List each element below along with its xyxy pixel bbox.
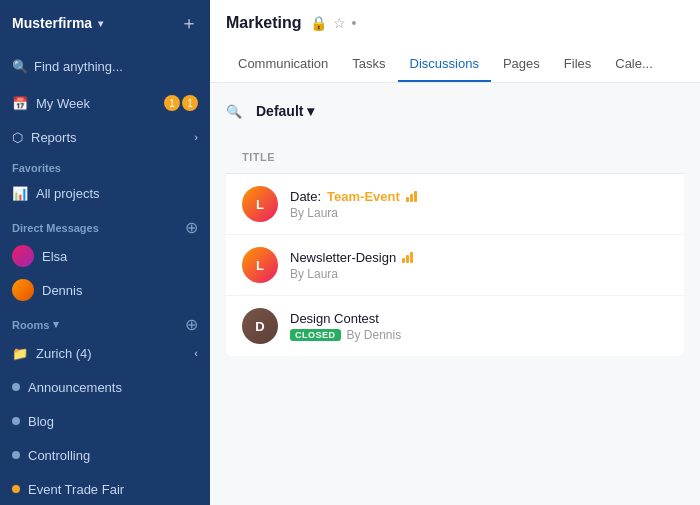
discussions-list: TITLE L Date: Team-Event By Laura xyxy=(226,139,684,356)
sidebar-item-zurich[interactable]: 📁 Zurich (4) ‹ xyxy=(0,336,210,370)
closed-badge: CLOSED xyxy=(290,329,341,341)
main-title-bar: Marketing 🔒 ☆ • xyxy=(210,0,700,46)
room-event-trade-fair-label: Event Trade Fair xyxy=(28,482,124,497)
chevron-left-icon: ‹ xyxy=(194,347,198,359)
title-column-header: TITLE xyxy=(242,151,275,163)
rooms-chevron-icon: ▾ xyxy=(53,318,59,331)
discussions-table-header: TITLE xyxy=(226,139,684,174)
discussion-title-3: Design Contest xyxy=(290,311,668,326)
room-controlling-label: Controlling xyxy=(28,448,90,463)
contact-dennis-label: Dennis xyxy=(42,283,82,298)
sidebar-item-controlling[interactable]: Controlling xyxy=(0,438,210,472)
main-title: Marketing xyxy=(226,14,302,32)
main-header: Marketing 🔒 ☆ • Communication Tasks Disc… xyxy=(210,0,700,83)
sidebar-item-dennis[interactable]: Dennis xyxy=(0,273,210,307)
add-button[interactable]: ＋ xyxy=(180,11,198,35)
sidebar-item-blog[interactable]: Blog xyxy=(0,404,210,438)
discussion-info-3: Design Contest CLOSED By Dennis xyxy=(290,311,668,342)
dot-icon xyxy=(12,383,20,391)
filter-bar: 🔍 Default ▾ xyxy=(226,99,684,123)
tab-pages[interactable]: Pages xyxy=(491,46,552,82)
tab-discussions[interactable]: Discussions xyxy=(398,46,491,82)
dot-icon xyxy=(12,485,20,493)
chart-icon: 📊 xyxy=(12,186,28,201)
dot-icon xyxy=(12,417,20,425)
sidebar-item-all-projects[interactable]: 📊 All projects xyxy=(0,176,210,210)
discussion-row-newsletter[interactable]: L Newsletter-Design By Laura xyxy=(226,235,684,296)
tab-calendar[interactable]: Cale... xyxy=(603,46,665,82)
add-room-button[interactable]: ⊕ xyxy=(185,315,198,334)
discussion-subtitle-2: By Laura xyxy=(290,267,668,281)
sidebar-header: Musterfirma ▾ ＋ xyxy=(0,0,210,46)
badge-1: 1 xyxy=(164,95,180,111)
avatar-dennis-large: D xyxy=(242,308,278,344)
room-blog-label: Blog xyxy=(28,414,54,429)
room-announcements-label: Announcements xyxy=(28,380,122,395)
calendar-icon: 📅 xyxy=(12,96,28,111)
dot-icon xyxy=(12,451,20,459)
rooms-toggle[interactable]: Rooms ▾ xyxy=(12,318,59,331)
all-projects-label: All projects xyxy=(36,186,100,201)
discussions-content: 🔍 Default ▾ TITLE L Date: Team-Event xyxy=(210,83,700,505)
tab-tasks[interactable]: Tasks xyxy=(340,46,397,82)
avatar-laura-1: L xyxy=(242,186,278,222)
search-bar[interactable]: 🔍 Find anything... xyxy=(0,46,210,86)
discussion-subtitle-1: By Laura xyxy=(290,206,668,220)
sidebar-item-elsa[interactable]: Elsa xyxy=(0,239,210,273)
direct-messages-label: Direct Messages xyxy=(12,222,99,234)
tab-communication[interactable]: Communication xyxy=(226,46,340,82)
tab-files[interactable]: Files xyxy=(552,46,603,82)
contact-elsa-label: Elsa xyxy=(42,249,67,264)
discussion-row-team-event[interactable]: L Date: Team-Event By Laura xyxy=(226,174,684,235)
filter-search-icon: 🔍 xyxy=(226,104,242,119)
avatar-elsa xyxy=(12,245,34,267)
title-icons: 🔒 ☆ • xyxy=(310,15,357,31)
workspace-name-area[interactable]: Musterfirma ▾ xyxy=(12,15,103,31)
discussion-info-1: Date: Team-Event By Laura xyxy=(290,189,668,220)
bar-chart-icon-2 xyxy=(402,251,413,263)
discussion-title-2: Newsletter-Design xyxy=(290,250,668,265)
badge-2: 1 xyxy=(182,95,198,111)
reports-label: Reports xyxy=(31,130,77,145)
my-week-badges: 1 1 xyxy=(164,95,198,111)
search-icon: 🔍 xyxy=(12,59,28,74)
reports-icon: ⬡ xyxy=(12,130,23,145)
discussion-info-2: Newsletter-Design By Laura xyxy=(290,250,668,281)
lock-icon[interactable]: 🔒 xyxy=(310,15,327,31)
sidebar-item-event-trade-fair[interactable]: Event Trade Fair xyxy=(0,472,210,505)
chevron-right-icon: › xyxy=(194,131,198,143)
discussion-row-design-contest[interactable]: D Design Contest CLOSED By Dennis xyxy=(226,296,684,356)
discussion-subtitle-3: CLOSED By Dennis xyxy=(290,328,668,342)
favorites-section: Favorites xyxy=(0,154,210,176)
sidebar: Musterfirma ▾ ＋ 🔍 Find anything... 📅 My … xyxy=(0,0,210,505)
star-icon[interactable]: ☆ xyxy=(333,15,346,31)
discussion-title-1: Date: Team-Event xyxy=(290,189,668,204)
direct-messages-header: Direct Messages ⊕ xyxy=(0,210,210,239)
filter-default-button[interactable]: Default ▾ xyxy=(246,99,324,123)
main-content: Marketing 🔒 ☆ • Communication Tasks Disc… xyxy=(210,0,700,505)
main-tabs: Communication Tasks Discussions Pages Fi… xyxy=(210,46,700,82)
my-week-label: My Week xyxy=(36,96,90,111)
chevron-down-icon: ▾ xyxy=(98,18,103,29)
dot-menu-icon[interactable]: • xyxy=(352,15,357,31)
avatar-dennis xyxy=(12,279,34,301)
room-zurich-label: Zurich (4) xyxy=(36,346,92,361)
filter-chevron-icon: ▾ xyxy=(307,103,314,119)
sidebar-item-my-week[interactable]: 📅 My Week 1 1 xyxy=(0,86,210,120)
add-dm-button[interactable]: ⊕ xyxy=(185,218,198,237)
workspace-name: Musterfirma xyxy=(12,15,92,31)
bar-chart-icon-1 xyxy=(406,190,417,202)
rooms-header: Rooms ▾ ⊕ xyxy=(0,307,210,336)
search-label: Find anything... xyxy=(34,59,123,74)
sidebar-item-announcements[interactable]: Announcements xyxy=(0,370,210,404)
folder-icon: 📁 xyxy=(12,346,28,361)
sidebar-item-reports[interactable]: ⬡ Reports › xyxy=(0,120,210,154)
avatar-laura-2: L xyxy=(242,247,278,283)
